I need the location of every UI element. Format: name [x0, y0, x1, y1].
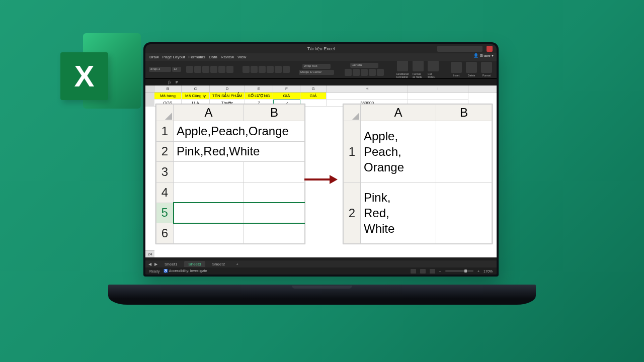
select-all-corner[interactable]: [145, 85, 154, 92]
row-header-24[interactable]: 24: [145, 250, 154, 257]
example-table-before: A B 1 Apple,Peach,Orange 2 Pink,Red,Whit…: [155, 104, 305, 244]
zoom-in-button[interactable]: +: [477, 269, 479, 273]
sheet-tab-active[interactable]: Sheet3: [184, 261, 205, 267]
align-right-button[interactable]: [283, 66, 290, 73]
tab-data[interactable]: Data: [209, 55, 217, 59]
col-header-b[interactable]: B: [436, 105, 492, 121]
col-header-a[interactable]: A: [174, 105, 244, 121]
cell-a2[interactable]: Pink,Red,White: [174, 141, 305, 162]
worksheet[interactable]: B C D E F G H I Mã hàng Mã Công ty TÊN S…: [145, 85, 497, 257]
sheet-tab[interactable]: Sheet1: [160, 261, 181, 267]
zoom-out-button[interactable]: –: [439, 269, 441, 273]
col-header-f[interactable]: F: [273, 85, 300, 92]
percent-button[interactable]: [353, 69, 360, 76]
align-center-button[interactable]: [275, 66, 282, 73]
row-header[interactable]: 4: [156, 182, 174, 203]
zoom-level[interactable]: 170%: [484, 269, 493, 273]
cell-a1[interactable]: Apple,Peach,Orange: [361, 121, 436, 183]
col-header-c[interactable]: C: [182, 85, 210, 92]
font-color-button[interactable]: [226, 66, 233, 73]
cell[interactable]: GIÁ: [273, 93, 300, 100]
col-header-d[interactable]: D: [210, 85, 245, 92]
cell-styles-button[interactable]: [428, 61, 439, 71]
bold-button[interactable]: [186, 66, 193, 73]
col-header-h[interactable]: H: [327, 85, 408, 92]
row-header[interactable]: 3: [156, 162, 174, 183]
fx-label: fx: [166, 79, 174, 84]
align-bottom-button[interactable]: [259, 66, 266, 73]
row-header[interactable]: 1: [156, 121, 174, 142]
underline-button[interactable]: [202, 66, 209, 73]
col-header-a[interactable]: A: [361, 105, 436, 121]
row-header-selected[interactable]: 5: [156, 203, 174, 223]
tab-review[interactable]: Review: [221, 55, 234, 59]
user-avatar[interactable]: [487, 46, 493, 52]
cell[interactable]: [408, 93, 468, 100]
fill-color-button[interactable]: [218, 66, 225, 73]
sheet-tab-bar: ◀ ▶ Sheet1 Sheet3 Sheet2 +: [145, 260, 497, 267]
font-size-select[interactable]: 12: [172, 67, 181, 72]
col-header-b[interactable]: B: [244, 105, 305, 121]
formula-input[interactable]: P: [174, 80, 497, 84]
zoom-slider[interactable]: [445, 270, 473, 272]
cell[interactable]: Mã Công ty: [182, 93, 210, 100]
nav-prev-icon[interactable]: ◀: [148, 262, 151, 266]
view-normal-button[interactable]: [411, 269, 416, 274]
cell[interactable]: Mã hàng: [154, 93, 182, 100]
font-name-select[interactable]: dings 2: [149, 67, 171, 72]
row-header[interactable]: 1: [344, 121, 361, 183]
align-middle-button[interactable]: [251, 66, 258, 73]
view-break-button[interactable]: [430, 269, 435, 274]
col-header-e[interactable]: E: [245, 85, 273, 92]
nav-next-icon[interactable]: ▶: [154, 262, 157, 266]
tab-draw[interactable]: Draw: [149, 55, 159, 59]
italic-button[interactable]: [194, 66, 201, 73]
border-button[interactable]: [210, 66, 217, 73]
row-header[interactable]: 6: [156, 223, 174, 244]
col-header-g[interactable]: G: [300, 85, 327, 92]
tab-page-layout[interactable]: Page Layout: [163, 55, 185, 59]
title-bar: Tài liệu Excel: [145, 44, 497, 53]
status-ready: Ready: [149, 269, 159, 273]
row-header[interactable]: 2: [156, 141, 174, 162]
select-all-corner[interactable]: [156, 105, 174, 121]
cell[interactable]: TÊN SẢN PHẨM: [210, 93, 245, 100]
format-as-table-button[interactable]: [413, 61, 424, 71]
arrow-icon: [304, 175, 338, 184]
delete-button[interactable]: [466, 62, 477, 73]
col-header-i[interactable]: I: [408, 85, 468, 92]
add-sheet-button[interactable]: +: [232, 261, 243, 267]
cell[interactable]: SỐ LƯỢNG: [245, 93, 273, 100]
row-header[interactable]: 2: [344, 183, 361, 244]
accessibility-status[interactable]: ♿ Accessibility: Investigate: [164, 269, 207, 273]
view-page-button[interactable]: [420, 269, 426, 274]
cell[interactable]: [327, 93, 408, 100]
col-header-b[interactable]: B: [154, 85, 182, 92]
excel-logo-letter: X: [60, 52, 108, 100]
example-table-after: A B 1 Apple,Peach,Orange 2 Pink,Red,Whit…: [343, 104, 493, 244]
inc-decimal-button[interactable]: [369, 69, 376, 76]
laptop-base: [108, 285, 536, 305]
cell-a1[interactable]: Apple,Peach,Orange: [174, 121, 305, 142]
comma-button[interactable]: [361, 69, 368, 76]
cond-format-button[interactable]: [397, 61, 408, 71]
tab-formulas[interactable]: Formulas: [189, 55, 205, 59]
sheet-tab[interactable]: Sheet2: [208, 261, 229, 267]
number-format-select[interactable]: General: [350, 63, 378, 68]
select-all-corner[interactable]: [344, 105, 361, 121]
share-button[interactable]: 👤 Share ▾: [473, 53, 494, 58]
merge-center-button[interactable]: Merge & Center: [299, 70, 334, 75]
format-button[interactable]: [481, 62, 492, 73]
align-left-button[interactable]: [267, 66, 274, 73]
align-top-button[interactable]: [243, 66, 250, 73]
excel-window: Tài liệu Excel Draw Page Layout Formulas…: [145, 44, 497, 275]
currency-button[interactable]: [345, 69, 352, 76]
dec-decimal-button[interactable]: [377, 69, 384, 76]
ribbon-tabs: Draw Page Layout Formulas Data Review Vi…: [145, 53, 497, 61]
cell-a2[interactable]: Pink,Red,White: [361, 183, 436, 244]
tab-view[interactable]: View: [237, 55, 246, 59]
insert-button[interactable]: [451, 62, 462, 73]
cell[interactable]: GIÁ: [300, 93, 327, 100]
wrap-text-button[interactable]: Wrap Text: [302, 64, 331, 69]
search-input[interactable]: [437, 46, 482, 52]
